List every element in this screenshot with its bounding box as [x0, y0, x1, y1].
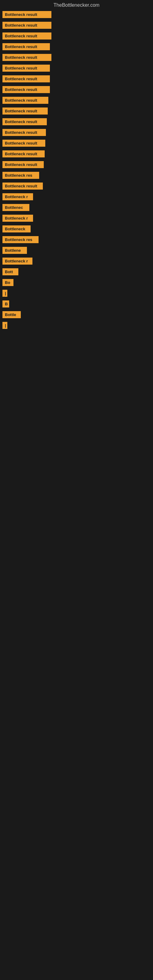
bottleneck-badge: B [2, 301, 9, 307]
list-item: Bottleneck result [1, 52, 152, 63]
bottleneck-badge: Bottleneck result [2, 32, 51, 40]
bottleneck-badge: Bottleneck result [2, 65, 50, 72]
list-item: Bottleneck r [1, 213, 152, 224]
bottleneck-badge: | [2, 290, 7, 297]
bottleneck-list: Bottleneck resultBottleneck resultBottle… [0, 9, 153, 331]
site-header: TheBottlenecker.com [0, 0, 153, 9]
list-item: Bottleneck r [1, 191, 152, 202]
bottleneck-badge: Bottleneck result [2, 75, 50, 83]
bottleneck-badge: Bottleneck r [2, 258, 32, 265]
list-item: Bottleneck result [1, 9, 152, 20]
bottleneck-badge: Bottleneck result [2, 86, 50, 93]
bottleneck-badge: Bo [2, 279, 13, 286]
bottleneck-badge: Bottle [2, 311, 21, 318]
list-item: Bottleneck result [1, 148, 152, 159]
list-item: Bottleneck result [1, 63, 152, 73]
bottleneck-badge: Bottlene [2, 247, 27, 254]
list-item: Bottlene [1, 245, 152, 256]
list-item: Bottleneck result [1, 127, 152, 138]
list-item: Bottleneck result [1, 116, 152, 127]
list-item: Bottleneck result [1, 84, 152, 95]
bottleneck-badge: | [2, 322, 7, 329]
list-item: Bo [1, 277, 152, 288]
list-item: Bottleneck [1, 224, 152, 234]
bottleneck-badge: Bottleneck result [2, 11, 51, 18]
bottleneck-badge: Bottleneck result [2, 97, 48, 104]
list-item: Bottleneck result [1, 95, 152, 106]
bottleneck-badge: Bottleneck r [2, 215, 33, 222]
list-item: Bottleneck result [1, 138, 152, 148]
list-item: Bottleneck result [1, 159, 152, 170]
list-item: Bottleneck result [1, 20, 152, 30]
site-title: TheBottlenecker.com [0, 0, 153, 9]
list-item: Bottlenec [1, 202, 152, 213]
bottleneck-badge: Bottleneck result [2, 43, 50, 50]
list-item: Bott [1, 266, 152, 277]
bottleneck-badge: Bottleneck res [2, 236, 38, 243]
list-item: | [1, 288, 152, 299]
bottleneck-badge: Bottleneck result [2, 161, 44, 168]
bottleneck-badge: Bottleneck r [2, 193, 33, 200]
bottleneck-badge: Bottleneck result [2, 140, 45, 147]
list-item: Bottleneck result [1, 73, 152, 84]
bottleneck-badge: Bottleneck result [2, 108, 48, 115]
bottleneck-badge: Bott [2, 268, 18, 275]
list-item: Bottleneck result [1, 41, 152, 52]
bottleneck-badge: Bottlenec [2, 204, 29, 211]
bottleneck-badge: Bottleneck res [2, 172, 39, 179]
list-item: Bottleneck res [1, 170, 152, 181]
bottleneck-badge: Bottleneck result [2, 150, 45, 158]
bottleneck-badge: Bottleneck result [2, 183, 43, 189]
bottleneck-badge: Bottleneck result [2, 22, 51, 29]
list-item: Bottleneck res [1, 234, 152, 245]
bottleneck-badge: Bottleneck result [2, 129, 46, 136]
list-item: Bottleneck r [1, 256, 152, 266]
list-item: Bottleneck result [1, 30, 152, 41]
list-item: Bottle [1, 309, 152, 320]
bottleneck-badge: Bottleneck [2, 225, 30, 232]
bottleneck-badge: Bottleneck result [2, 54, 51, 61]
list-item: Bottleneck result [1, 181, 152, 191]
list-item: Bottleneck result [1, 106, 152, 116]
list-item: B [1, 299, 152, 309]
bottleneck-badge: Bottleneck result [2, 118, 47, 125]
list-item: | [1, 320, 152, 331]
